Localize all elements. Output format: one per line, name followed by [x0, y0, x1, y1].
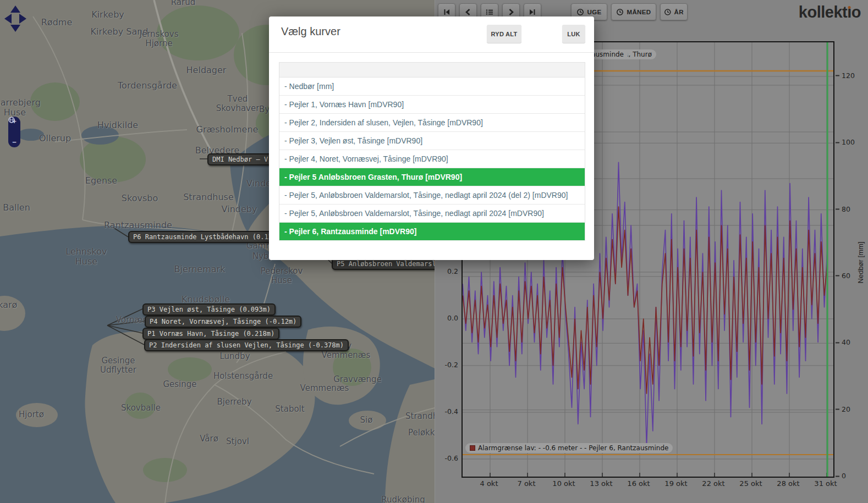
dmi-nedboer-marker[interactable]: DMI Nedbør – V: [207, 153, 273, 165]
map-place-name: Siø: [360, 416, 373, 425]
map-place-name: Peløkke: [408, 428, 435, 438]
axis-tick-label: 10 okt: [552, 479, 575, 488]
axis-tick-label: 80: [836, 204, 850, 213]
axis-tick-label: 22 okt: [702, 479, 724, 488]
right-axis-title: Nedbør [mm]: [856, 242, 865, 284]
curve-row[interactable]: - Pejler 4, Noret, Vornæsvej, Tåsinge [m…: [279, 150, 585, 168]
axis-tick-label: 28 okt: [777, 479, 799, 488]
map-place-name: Jernskovs Hjørne: [140, 30, 179, 48]
map-place-name: Kirkeby: [91, 10, 124, 20]
p2-marker[interactable]: P2 Indersiden af slusen Vejlen, Tåsinge …: [144, 339, 349, 351]
range-week-label: UGE: [587, 9, 601, 15]
curve-row[interactable]: - Pejler 6, Rantzausminde [mDVR90]: [279, 223, 585, 241]
curve-row[interactable]: - Pejler 2, Indersiden af slusen, Vejlen…: [279, 114, 585, 132]
map-place-name: Rantzausminde: [104, 220, 172, 230]
axis-tick-label: 7 okt: [518, 479, 536, 488]
axis-tick-label: 4 okt: [480, 479, 498, 488]
axis-tick-label: 0.0: [436, 314, 458, 322]
map-place-name: Gesinge Udflytter: [100, 356, 136, 374]
modal-vaelg-kurver: Vælg kurver RYD ALT LUK - Nedbør [mm]- P…: [269, 16, 594, 260]
axis-tick-label: 13 okt: [590, 479, 612, 488]
map-place-name: Vemmenæs: [300, 384, 349, 393]
zoom-out-icon[interactable]: −: [12, 140, 17, 145]
axis-tick-label: 120: [836, 71, 855, 79]
map-place-name: Rudkøbing: [381, 495, 425, 503]
map-place-name: Stabolt: [275, 405, 304, 414]
map-place-name: Holstensgårde: [213, 372, 273, 381]
chevron-left-icon: [464, 8, 472, 16]
p1-marker[interactable]: P1 Vornæs Havn, Tåsinge (0.218m): [142, 328, 279, 340]
axis-tick-label: 60: [836, 271, 850, 279]
map-place-name: Egense: [85, 176, 117, 186]
map-place-name: Tordensgårde: [118, 81, 177, 91]
map-place-name: Ollerup: [39, 134, 71, 143]
clock-icon: [664, 8, 672, 16]
legend-alarm-low: Alarmgrænse lav: - -0.6 meter - - Pejler…: [465, 443, 673, 453]
range-month-label: MÅNED: [627, 9, 651, 15]
axis-tick-label: 100: [836, 138, 855, 146]
map-place-name: Rårud: [171, 0, 195, 7]
map-place-name: Lundby: [219, 352, 250, 361]
skip-first-icon: [443, 8, 451, 16]
map-place-name: Bjerreby: [217, 397, 251, 407]
map-place-name: Hvidkilde: [97, 120, 138, 130]
range-year-button[interactable]: ÅR: [660, 3, 688, 20]
map-place-name: Vornæs: [116, 316, 147, 325]
clock-icon: [576, 8, 584, 16]
map-place-name: Knarrebjerg Huse: [0, 98, 41, 117]
axis-tick-label: 40: [836, 338, 850, 346]
axis-tick-label: 20: [836, 405, 850, 413]
map-place-name: Skovsbo: [122, 194, 158, 203]
skip-last-icon: [529, 8, 536, 16]
curve-row[interactable]: - Pejler 3, Vejlen øst, Tåsinge [mDVR90]: [279, 132, 585, 150]
map-place-name: Bjernemark: [174, 264, 226, 274]
map-place-name: Ballen: [3, 203, 30, 213]
range-year-label: ÅR: [674, 9, 684, 15]
map-place-name: Vindeby: [222, 204, 257, 214]
axis-tick-label: 0: [836, 472, 846, 480]
modal-title: Vælg kurver: [281, 25, 340, 38]
curve-row[interactable]: - Pejler 5, Anløbsbroen Valdemarslot, Tå…: [279, 186, 585, 204]
map-place-name: Gesinge: [163, 380, 196, 389]
curve-row[interactable]: - Pejler 5, Anløbsbroen Valdemarslot, Tå…: [279, 204, 585, 223]
axis-tick-label: 19 okt: [664, 479, 687, 488]
map-place-name: Pederskov Huse: [261, 267, 303, 285]
list-icon: [486, 8, 493, 16]
axis-tick-label: -0.2: [436, 361, 458, 369]
range-month-button[interactable]: MÅNED: [611, 3, 656, 20]
map-place-name: Græsholmene: [196, 125, 259, 135]
clock-icon: [616, 8, 624, 16]
clear-all-button[interactable]: RYD ALT: [487, 25, 521, 43]
axis-tick-label: -0.6: [436, 454, 458, 462]
logo-i-dot: [848, 6, 851, 9]
map-place-name: Lehnskov Huse: [65, 247, 107, 266]
kollektio-logo: kollektıo: [799, 3, 861, 21]
map-place-name: Strandhuse: [405, 412, 435, 421]
curve-row[interactable]: - Nedbør [mm]: [279, 78, 585, 96]
axis-tick-label: 16 okt: [627, 479, 650, 488]
map-place-name: Strandhuse: [183, 192, 234, 202]
map-place-name: Hjortø: [19, 410, 44, 419]
axis-tick-label: 0.2: [436, 267, 458, 275]
axis-tick-label: 25 okt: [739, 479, 762, 488]
map-place-name: Tved Skovhaver: [216, 95, 260, 113]
axis-tick-label: 31 okt: [814, 479, 837, 488]
p3-marker[interactable]: P3 Vejlen øst, Tåsinge (0.093m): [142, 303, 276, 316]
app: + − RårudKirkebyRødmeKirkeby SandJernsko…: [0, 0, 868, 503]
curve-row[interactable]: - Pejler 1, Vornæs Havn [mDVR90]: [279, 96, 585, 114]
map-place-name: Rødme: [41, 18, 73, 27]
modal-divider: [269, 52, 594, 53]
p4-marker[interactable]: P4 Noret, Vornæsvej, Tåsinge (-0.12m): [145, 316, 301, 328]
map-place-name: Heldager: [186, 65, 227, 75]
close-button[interactable]: LUK: [562, 25, 585, 43]
curve-row[interactable]: - Pejler 5 Anløbsbroen Grasten, Thurø [m…: [279, 168, 585, 186]
axis-tick-label: -0.4: [436, 407, 458, 416]
map-place-name: Vårø: [200, 434, 218, 444]
map-place-name: Skovballe: [121, 403, 161, 413]
p6-marker[interactable]: P6 Rantzausminde Lystbådehavn (0.12: [128, 231, 277, 243]
curve-list-header: [279, 63, 585, 78]
chevron-right-icon: [507, 8, 515, 16]
map-place-name: Skarø: [0, 300, 17, 310]
legend-swatch-maroon: [470, 445, 475, 451]
map-zoom-control[interactable]: + −: [8, 117, 20, 147]
